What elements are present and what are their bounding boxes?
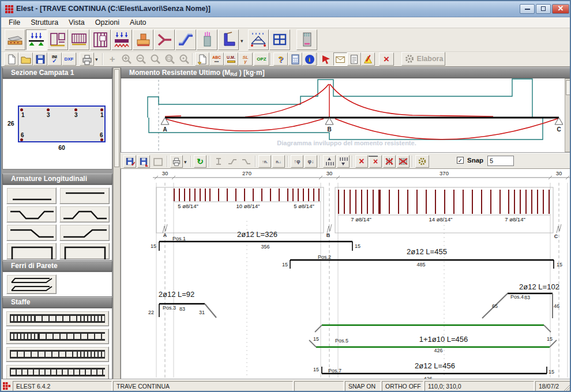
dxf-export-button[interactable]: DXF: [62, 52, 76, 66]
foundation-tool-button[interactable]: [133, 29, 153, 50]
delete-button[interactable]: ×: [379, 52, 394, 66]
stirrup-zone-span1-right[interactable]: [287, 189, 321, 201]
column-section-tool-button[interactable]: [296, 29, 317, 50]
save-as-drawing-button[interactable]: [137, 155, 150, 168]
elabora-button[interactable]: Elabora: [401, 52, 445, 66]
snap-checkbox[interactable]: ✓: [457, 157, 464, 164]
minimize-button[interactable]: [520, 4, 535, 14]
beam-drawing-canvas[interactable]: 30 270 30 370 30 5 ø8/14" 10 ø8/14" 5 ø8…: [121, 169, 571, 379]
zoom-window-button[interactable]: [163, 52, 177, 66]
text-settings-button[interactable]: ABC▪▪▪: [209, 52, 224, 66]
new-button[interactable]: [4, 52, 18, 66]
moment-scrollbar-thumb[interactable]: [566, 80, 571, 95]
edit-section-button[interactable]: [212, 155, 225, 168]
moment-diagram-canvas[interactable]: A B C Diagramma inviluppo del momento re…: [121, 78, 565, 152]
frame-tool-button[interactable]: [269, 29, 290, 50]
section-panel[interactable]: 1 3 3 1 6 6 26 60: [2, 78, 112, 169]
ferri-panel-header[interactable]: Ferri di Parete: [2, 261, 112, 272]
delete-stirrup-button[interactable]: [383, 155, 396, 168]
bar-step-down-button[interactable]: [6, 224, 57, 241]
loads-tool-button[interactable]: [111, 29, 132, 50]
delete-element-button[interactable]: ×: [355, 155, 368, 168]
decrease-stirrups-button[interactable]: [337, 155, 350, 168]
zoom-extents-button[interactable]: [177, 52, 191, 66]
bar-pos1[interactable]: [159, 242, 352, 251]
bar-straight-bottom-button[interactable]: [6, 187, 57, 204]
bar-bent-up-button[interactable]: [59, 206, 110, 223]
stair-tool-button[interactable]: [175, 29, 196, 50]
bar-straight-top-button[interactable]: [59, 187, 110, 204]
zoom-in-button[interactable]: [119, 52, 134, 66]
bend-bar-down-button[interactable]: [240, 155, 253, 168]
info-button[interactable]: i: [302, 52, 317, 66]
zoom-previous-button[interactable]: [148, 52, 163, 66]
export-drawing-button[interactable]: [151, 155, 164, 168]
ini-settings-button[interactable]: INI✓: [47, 52, 62, 66]
section-panel-header[interactable]: Sezione Campata 1: [2, 67, 112, 78]
moment-scrollbar[interactable]: [565, 78, 571, 152]
resize-grip[interactable]: [564, 385, 570, 391]
stirrup-zone-span2-mid[interactable]: [380, 190, 508, 214]
print-drawing-button[interactable]: [170, 155, 183, 168]
wall-bar-button[interactable]: [6, 274, 57, 294]
status-snap-state[interactable]: SNAP ON: [345, 381, 381, 391]
envelope-view-button[interactable]: [333, 52, 347, 66]
open-button[interactable]: [18, 52, 33, 66]
status-ortho-state[interactable]: ORTHO OFF: [382, 381, 423, 391]
delete-bar-button[interactable]: ×: [369, 155, 382, 168]
moment-panel-header[interactable]: Momento Resistente Ultimo (MRd ) [kg·m]: [121, 67, 571, 78]
armature-panel-header[interactable]: Armature Longitudinali: [2, 174, 112, 184]
bar-u-shape-2-button[interactable]: [59, 243, 110, 259]
slab-tool-button[interactable]: [5, 29, 25, 50]
stirrup-zone-span1-mid[interactable]: [209, 189, 287, 201]
print-options-caret[interactable]: ▾: [95, 56, 98, 62]
continuous-beam-tool-button[interactable]: [26, 29, 47, 50]
decrease-diameter-button[interactable]: φ↓: [305, 155, 317, 168]
sidebar-scrollbar-thumb[interactable]: [114, 69, 119, 167]
stirrup-uniform-button[interactable]: [6, 364, 109, 379]
zoom-out-button[interactable]: [134, 52, 148, 66]
stirrup-zone-span1-left[interactable]: [174, 189, 209, 201]
more-tools-caret[interactable]: ▾: [241, 38, 243, 44]
menu-struttura[interactable]: Struttura: [25, 18, 63, 27]
panel-tool-button[interactable]: [90, 29, 111, 50]
truss-tool-button[interactable]: [248, 29, 269, 50]
options-button[interactable]: OPZ: [254, 52, 269, 66]
menu-file[interactable]: File: [3, 18, 25, 27]
export-button[interactable]: [195, 52, 209, 66]
bar-u-shape-button[interactable]: [6, 243, 57, 259]
drawing-settings-button[interactable]: [415, 155, 429, 168]
retaining-wall-tool-button[interactable]: [218, 29, 239, 50]
stirrup-dense-left-button[interactable]: [6, 329, 109, 344]
wall-layout-tool-button[interactable]: [47, 29, 68, 50]
delete-stirrup-group-button[interactable]: [397, 155, 410, 168]
report-button[interactable]: [347, 52, 361, 66]
increase-stirrups-button[interactable]: [323, 155, 336, 168]
pan-button[interactable]: ＋: [105, 52, 119, 66]
save-button[interactable]: [33, 52, 47, 66]
print-drawing-caret[interactable]: ▾: [184, 159, 187, 165]
increase-diameter-button[interactable]: ↑φ: [291, 155, 303, 168]
snap-size-input[interactable]: [487, 156, 514, 166]
menu-opzioni[interactable]: Opzioni: [90, 18, 125, 27]
verify-pointer-button[interactable]: [320, 52, 333, 66]
refresh-drawing-button[interactable]: ↻: [194, 155, 206, 168]
stirrup-zone-span2-left[interactable]: [338, 190, 380, 214]
staffe-panel-header[interactable]: Staffe: [2, 297, 112, 308]
column-tool-button[interactable]: [197, 29, 217, 50]
save-drawing-button[interactable]: ✓: [123, 155, 136, 168]
bend-bar-up-button[interactable]: [226, 155, 239, 168]
print-button[interactable]: [80, 52, 94, 66]
decrease-count-button[interactable]: n.↓: [272, 155, 285, 168]
increase-count-button[interactable]: ↑n.: [258, 155, 271, 168]
help-button[interactable]: ?: [273, 52, 288, 66]
stirrup-dense-ends-button[interactable]: [6, 311, 109, 326]
maximize-button[interactable]: [536, 4, 551, 14]
bar-step-up-button[interactable]: [59, 224, 110, 241]
stirrup-zone-span2-right[interactable]: [508, 190, 550, 214]
units-button[interactable]: U.M.: [224, 52, 238, 66]
close-button[interactable]: ✕: [552, 4, 569, 14]
drawing-tools-button[interactable]: [361, 52, 375, 66]
sidebar-scrollbar[interactable]: [113, 67, 121, 379]
menu-aiuto[interactable]: Aiuto: [125, 18, 152, 27]
